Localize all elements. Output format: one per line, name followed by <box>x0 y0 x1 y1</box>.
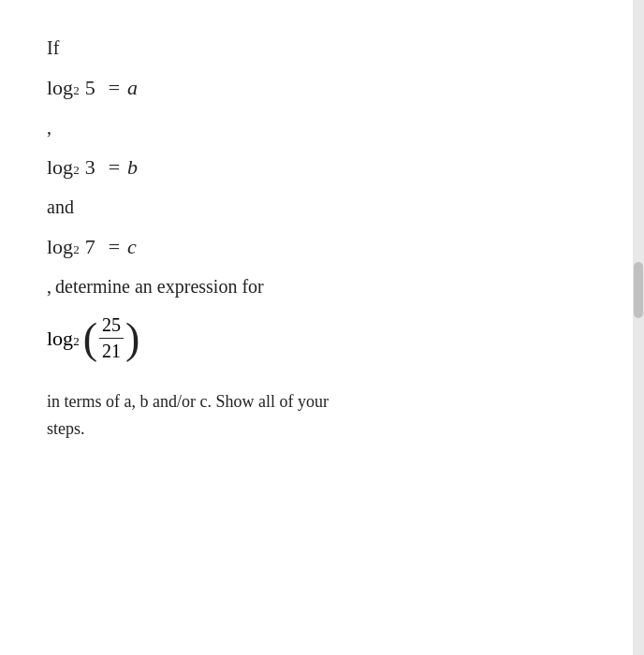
determine-body: determine an expression for <box>55 276 264 297</box>
content-area: If log2 5 = a , log2 3 = b and log2 <box>0 0 633 655</box>
eq2-variable: b <box>127 155 138 180</box>
eq1-log-word: log <box>47 76 73 100</box>
if-label: If <box>47 37 586 59</box>
eq2-value: 3 <box>85 155 95 180</box>
fraction-expression: log2 ( 25 21 ) <box>47 314 586 362</box>
eq2-base: 2 <box>73 163 80 178</box>
eq3-value: 7 <box>85 235 95 259</box>
fraction: 25 21 <box>99 314 124 362</box>
and-label: and <box>47 196 586 218</box>
eq1-base: 2 <box>73 83 80 98</box>
eq3-log: log2 <box>47 235 80 259</box>
frac-base: 2 <box>73 334 80 349</box>
equation1: log2 5 = a <box>47 76 586 100</box>
numerator: 25 <box>99 314 124 339</box>
left-paren: ( <box>83 317 97 360</box>
eq3-variable: c <box>127 235 137 259</box>
eq2-equals: = <box>109 155 120 180</box>
eq1-log: log2 <box>47 76 80 100</box>
eq1-variable: a <box>127 76 138 100</box>
final-text-line2: steps. <box>47 419 85 438</box>
eq1-value: 5 <box>85 76 95 100</box>
eq3-equals: = <box>109 235 120 259</box>
final-text-line1: in terms of a, b and/or c. Show all of y… <box>47 392 329 411</box>
eq3-base: 2 <box>73 242 80 257</box>
scrollbar-thumb[interactable] <box>634 262 643 318</box>
comma1: , <box>47 117 586 138</box>
equation3: log2 7 = c <box>47 235 586 259</box>
denominator: 21 <box>99 339 124 362</box>
eq1-equals: = <box>109 76 120 100</box>
eq2-log: log2 <box>47 155 80 180</box>
right-paren: ) <box>125 317 139 360</box>
equation2: log2 3 = b <box>47 155 586 180</box>
eq2-log-word: log <box>47 155 73 180</box>
frac-log: log2 <box>47 327 80 351</box>
final-text: in terms of a, b and/or c. Show all of y… <box>47 388 586 443</box>
determine-text: ,determine an expression for <box>47 276 586 298</box>
eq3-log-word: log <box>47 235 73 259</box>
scrollbar-track[interactable] <box>633 0 644 655</box>
page-container: If log2 5 = a , log2 3 = b and log2 <box>0 0 644 655</box>
frac-log-word: log <box>47 327 73 351</box>
comma2: , <box>47 276 51 297</box>
